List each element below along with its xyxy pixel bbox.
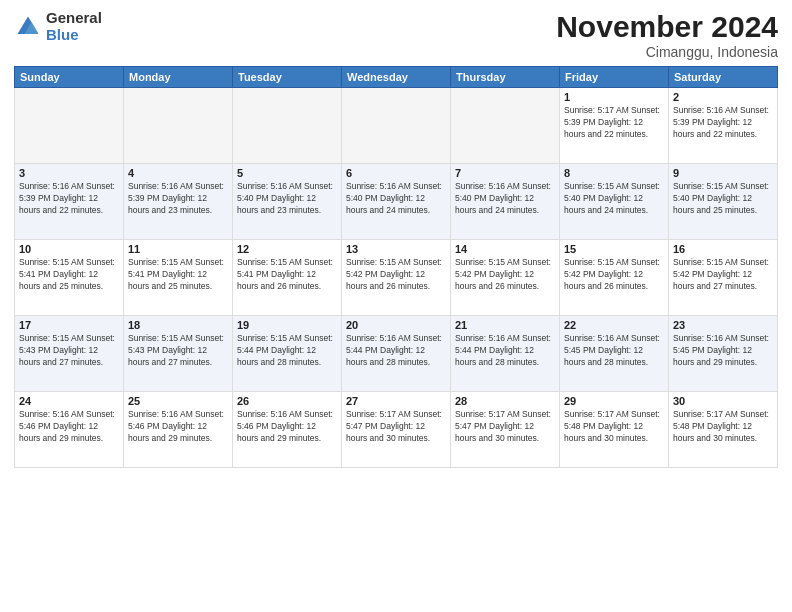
- day-number: 24: [19, 395, 119, 407]
- calendar-cell: [233, 88, 342, 164]
- day-info: Sunrise: 5:15 AM Sunset: 5:40 PM Dayligh…: [564, 181, 664, 217]
- day-number: 25: [128, 395, 228, 407]
- day-info: Sunrise: 5:16 AM Sunset: 5:39 PM Dayligh…: [673, 105, 773, 141]
- calendar-cell: 20Sunrise: 5:16 AM Sunset: 5:44 PM Dayli…: [342, 316, 451, 392]
- day-number: 23: [673, 319, 773, 331]
- day-info: Sunrise: 5:16 AM Sunset: 5:40 PM Dayligh…: [455, 181, 555, 217]
- month-title: November 2024: [556, 10, 778, 44]
- day-info: Sunrise: 5:15 AM Sunset: 5:43 PM Dayligh…: [128, 333, 228, 369]
- day-number: 19: [237, 319, 337, 331]
- calendar-cell: 8Sunrise: 5:15 AM Sunset: 5:40 PM Daylig…: [560, 164, 669, 240]
- calendar-cell: 16Sunrise: 5:15 AM Sunset: 5:42 PM Dayli…: [669, 240, 778, 316]
- location: Cimanggu, Indonesia: [556, 44, 778, 60]
- calendar-cell: [342, 88, 451, 164]
- day-number: 6: [346, 167, 446, 179]
- day-number: 21: [455, 319, 555, 331]
- day-info: Sunrise: 5:15 AM Sunset: 5:44 PM Dayligh…: [237, 333, 337, 369]
- calendar-cell: 30Sunrise: 5:17 AM Sunset: 5:48 PM Dayli…: [669, 392, 778, 468]
- calendar-cell: 24Sunrise: 5:16 AM Sunset: 5:46 PM Dayli…: [15, 392, 124, 468]
- day-info: Sunrise: 5:17 AM Sunset: 5:39 PM Dayligh…: [564, 105, 664, 141]
- calendar-week-3: 10Sunrise: 5:15 AM Sunset: 5:41 PM Dayli…: [15, 240, 778, 316]
- day-number: 7: [455, 167, 555, 179]
- day-number: 16: [673, 243, 773, 255]
- day-number: 17: [19, 319, 119, 331]
- calendar-cell: 15Sunrise: 5:15 AM Sunset: 5:42 PM Dayli…: [560, 240, 669, 316]
- calendar-header-tuesday: Tuesday: [233, 67, 342, 88]
- calendar-header-wednesday: Wednesday: [342, 67, 451, 88]
- logo-general-text: General: [46, 10, 102, 27]
- day-number: 27: [346, 395, 446, 407]
- calendar-header-friday: Friday: [560, 67, 669, 88]
- day-info: Sunrise: 5:15 AM Sunset: 5:43 PM Dayligh…: [19, 333, 119, 369]
- day-number: 18: [128, 319, 228, 331]
- day-info: Sunrise: 5:16 AM Sunset: 5:39 PM Dayligh…: [128, 181, 228, 217]
- calendar-header-monday: Monday: [124, 67, 233, 88]
- calendar-cell: 9Sunrise: 5:15 AM Sunset: 5:40 PM Daylig…: [669, 164, 778, 240]
- day-number: 13: [346, 243, 446, 255]
- day-info: Sunrise: 5:15 AM Sunset: 5:42 PM Dayligh…: [346, 257, 446, 293]
- calendar-week-1: 1Sunrise: 5:17 AM Sunset: 5:39 PM Daylig…: [15, 88, 778, 164]
- calendar-cell: 10Sunrise: 5:15 AM Sunset: 5:41 PM Dayli…: [15, 240, 124, 316]
- day-number: 3: [19, 167, 119, 179]
- day-info: Sunrise: 5:17 AM Sunset: 5:47 PM Dayligh…: [455, 409, 555, 445]
- calendar-table: SundayMondayTuesdayWednesdayThursdayFrid…: [14, 66, 778, 468]
- calendar-cell: 29Sunrise: 5:17 AM Sunset: 5:48 PM Dayli…: [560, 392, 669, 468]
- calendar-week-5: 24Sunrise: 5:16 AM Sunset: 5:46 PM Dayli…: [15, 392, 778, 468]
- calendar-cell: 13Sunrise: 5:15 AM Sunset: 5:42 PM Dayli…: [342, 240, 451, 316]
- calendar-cell: 5Sunrise: 5:16 AM Sunset: 5:40 PM Daylig…: [233, 164, 342, 240]
- calendar-cell: 4Sunrise: 5:16 AM Sunset: 5:39 PM Daylig…: [124, 164, 233, 240]
- calendar-cell: 27Sunrise: 5:17 AM Sunset: 5:47 PM Dayli…: [342, 392, 451, 468]
- logo-blue-text: Blue: [46, 27, 102, 44]
- day-info: Sunrise: 5:17 AM Sunset: 5:47 PM Dayligh…: [346, 409, 446, 445]
- day-number: 30: [673, 395, 773, 407]
- day-info: Sunrise: 5:16 AM Sunset: 5:46 PM Dayligh…: [19, 409, 119, 445]
- calendar-week-4: 17Sunrise: 5:15 AM Sunset: 5:43 PM Dayli…: [15, 316, 778, 392]
- logo-text: General Blue: [46, 10, 102, 43]
- calendar-cell: [124, 88, 233, 164]
- page: General Blue November 2024 Cimanggu, Ind…: [0, 0, 792, 612]
- day-info: Sunrise: 5:16 AM Sunset: 5:45 PM Dayligh…: [564, 333, 664, 369]
- day-info: Sunrise: 5:16 AM Sunset: 5:40 PM Dayligh…: [237, 181, 337, 217]
- day-number: 28: [455, 395, 555, 407]
- day-info: Sunrise: 5:15 AM Sunset: 5:42 PM Dayligh…: [455, 257, 555, 293]
- calendar-header-row: SundayMondayTuesdayWednesdayThursdayFrid…: [15, 67, 778, 88]
- title-block: November 2024 Cimanggu, Indonesia: [556, 10, 778, 60]
- day-number: 1: [564, 91, 664, 103]
- day-info: Sunrise: 5:15 AM Sunset: 5:40 PM Dayligh…: [673, 181, 773, 217]
- day-info: Sunrise: 5:16 AM Sunset: 5:44 PM Dayligh…: [455, 333, 555, 369]
- day-info: Sunrise: 5:16 AM Sunset: 5:40 PM Dayligh…: [346, 181, 446, 217]
- day-info: Sunrise: 5:16 AM Sunset: 5:45 PM Dayligh…: [673, 333, 773, 369]
- day-number: 9: [673, 167, 773, 179]
- calendar-cell: 12Sunrise: 5:15 AM Sunset: 5:41 PM Dayli…: [233, 240, 342, 316]
- calendar-header-sunday: Sunday: [15, 67, 124, 88]
- calendar-cell: 18Sunrise: 5:15 AM Sunset: 5:43 PM Dayli…: [124, 316, 233, 392]
- calendar-week-2: 3Sunrise: 5:16 AM Sunset: 5:39 PM Daylig…: [15, 164, 778, 240]
- day-number: 5: [237, 167, 337, 179]
- calendar-cell: 22Sunrise: 5:16 AM Sunset: 5:45 PM Dayli…: [560, 316, 669, 392]
- day-info: Sunrise: 5:16 AM Sunset: 5:46 PM Dayligh…: [237, 409, 337, 445]
- calendar-cell: 3Sunrise: 5:16 AM Sunset: 5:39 PM Daylig…: [15, 164, 124, 240]
- day-number: 4: [128, 167, 228, 179]
- day-info: Sunrise: 5:16 AM Sunset: 5:44 PM Dayligh…: [346, 333, 446, 369]
- calendar-header-saturday: Saturday: [669, 67, 778, 88]
- day-info: Sunrise: 5:17 AM Sunset: 5:48 PM Dayligh…: [673, 409, 773, 445]
- day-number: 11: [128, 243, 228, 255]
- day-info: Sunrise: 5:15 AM Sunset: 5:42 PM Dayligh…: [673, 257, 773, 293]
- day-info: Sunrise: 5:15 AM Sunset: 5:41 PM Dayligh…: [19, 257, 119, 293]
- calendar-cell: 19Sunrise: 5:15 AM Sunset: 5:44 PM Dayli…: [233, 316, 342, 392]
- day-number: 26: [237, 395, 337, 407]
- calendar-cell: 11Sunrise: 5:15 AM Sunset: 5:41 PM Dayli…: [124, 240, 233, 316]
- day-info: Sunrise: 5:15 AM Sunset: 5:42 PM Dayligh…: [564, 257, 664, 293]
- day-info: Sunrise: 5:15 AM Sunset: 5:41 PM Dayligh…: [128, 257, 228, 293]
- day-number: 14: [455, 243, 555, 255]
- day-number: 20: [346, 319, 446, 331]
- day-number: 8: [564, 167, 664, 179]
- day-number: 12: [237, 243, 337, 255]
- calendar-cell: [15, 88, 124, 164]
- calendar-cell: 25Sunrise: 5:16 AM Sunset: 5:46 PM Dayli…: [124, 392, 233, 468]
- calendar-cell: 21Sunrise: 5:16 AM Sunset: 5:44 PM Dayli…: [451, 316, 560, 392]
- logo: General Blue: [14, 10, 102, 43]
- calendar-cell: 7Sunrise: 5:16 AM Sunset: 5:40 PM Daylig…: [451, 164, 560, 240]
- day-number: 2: [673, 91, 773, 103]
- day-info: Sunrise: 5:17 AM Sunset: 5:48 PM Dayligh…: [564, 409, 664, 445]
